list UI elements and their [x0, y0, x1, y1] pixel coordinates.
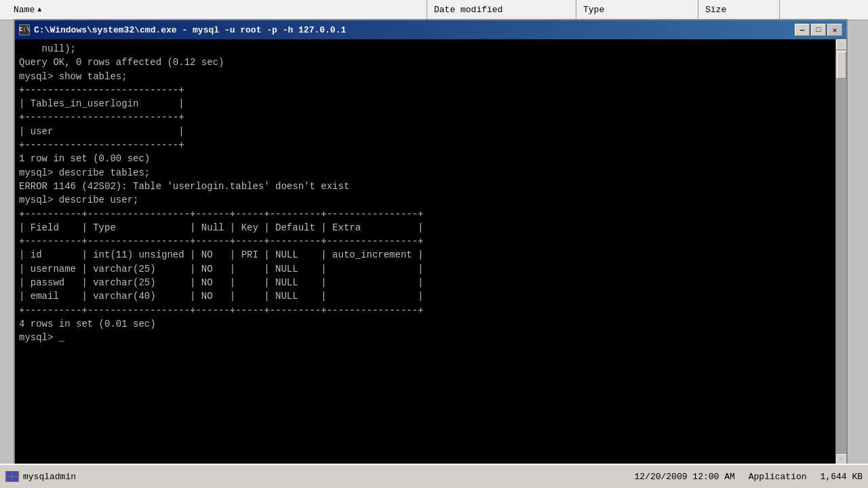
terminal-line: 1 row in set (0.00 sec) — [19, 152, 842, 165]
scrollbar-space — [836, 79, 846, 454]
scrollbar-thumb[interactable] — [837, 52, 846, 79]
svg-rect-2 — [7, 477, 12, 481]
column-name[interactable]: Name ▲ — [7, 0, 427, 20]
terminal-line: +----------+------------------+------+--… — [19, 207, 842, 221]
terminal-line: mysql> describe tables; — [19, 166, 842, 180]
title-bar: C:\ C:\Windows\system32\cmd.exe - mysql … — [15, 20, 846, 39]
terminal-line: +---------------------------+ — [19, 138, 842, 152]
terminal-line: +----------+------------------+------+--… — [19, 235, 842, 248]
cmd-window: C:\ C:\Windows\system32\cmd.exe - mysql … — [14, 19, 848, 466]
terminal-line: null); — [19, 42, 842, 56]
scrollbar[interactable]: ▲ ▼ — [835, 39, 846, 465]
sort-arrow-icon: ▲ — [37, 6, 41, 14]
terminal-line: mysql> _ — [19, 331, 842, 344]
column-date[interactable]: Date modified — [427, 0, 576, 20]
taskbar-item[interactable]: mysqladmin — [5, 471, 76, 482]
terminal-line: | Tables_in_userlogin | — [19, 97, 842, 110]
column-size[interactable]: Size — [698, 0, 780, 20]
taskbar-type: Application — [749, 472, 807, 482]
title-bar-left: C:\ C:\Windows\system32\cmd.exe - mysql … — [19, 24, 346, 35]
terminal-line: | username | varchar(25) | NO | | NULL |… — [19, 262, 842, 276]
title-bar-buttons: — □ ✕ — [795, 24, 842, 36]
taskbar-item-label: mysqladmin — [23, 472, 76, 482]
app-icon-svg — [7, 472, 18, 481]
terminal-line: +---------------------------+ — [19, 110, 842, 124]
terminal-line: ERROR 1146 (42S02): Table 'userlogin.tab… — [19, 180, 842, 193]
minimize-button[interactable]: — — [795, 24, 810, 36]
column-size-label: Size — [705, 5, 726, 15]
terminal-line: Query OK, 0 rows affected (0.12 sec) — [19, 56, 842, 69]
taskbar-size: 1,644 KB — [821, 472, 863, 482]
taskbar-date: 12/20/2009 12:00 AM — [635, 472, 735, 482]
cmd-icon: C:\ — [19, 24, 30, 35]
terminal-content: null);Query OK, 0 rows affected (0.12 se… — [19, 42, 842, 345]
svg-rect-1 — [13, 472, 18, 476]
terminal-line: | passwd | varchar(25) | NO | | NULL | | — [19, 276, 842, 289]
maximize-button[interactable]: □ — [811, 24, 826, 36]
close-button[interactable]: ✕ — [827, 24, 842, 36]
file-manager-bar: Name ▲ Date modified Type Size — [0, 0, 868, 20]
svg-rect-0 — [7, 472, 12, 476]
terminal-line: | email | varchar(40) | NO | | NULL | | — [19, 289, 842, 303]
terminal-line: | id | int(11) unsigned | NO | PRI | NUL… — [19, 248, 842, 262]
terminal-line: +---------------------------+ — [19, 83, 842, 97]
terminal-line: | Field | Type | Null | Key | Default | … — [19, 221, 842, 235]
column-type-label: Type — [583, 5, 604, 15]
column-date-label: Date modified — [434, 5, 502, 15]
terminal-line: 4 rows in set (0.01 sec) — [19, 317, 842, 331]
terminal-line: mysql> show tables; — [19, 70, 842, 83]
taskbar: mysqladmin 12/20/2009 12:00 AM Applicati… — [0, 464, 868, 488]
column-type[interactable]: Type — [576, 0, 698, 20]
window-title: C:\Windows\system32\cmd.exe - mysql -u r… — [34, 25, 346, 35]
taskbar-app-icon — [5, 471, 19, 482]
svg-rect-3 — [13, 477, 18, 481]
scroll-up-button[interactable]: ▲ — [836, 39, 847, 50]
column-name-label: Name — [14, 5, 35, 15]
cmd-icon-text: C:\ — [19, 26, 30, 33]
terminal-body[interactable]: null);Query OK, 0 rows affected (0.12 se… — [15, 39, 846, 465]
terminal-line: | user | — [19, 125, 842, 138]
terminal-line: mysql> describe user; — [19, 193, 842, 207]
terminal-line: +----------+------------------+------+--… — [19, 304, 842, 317]
